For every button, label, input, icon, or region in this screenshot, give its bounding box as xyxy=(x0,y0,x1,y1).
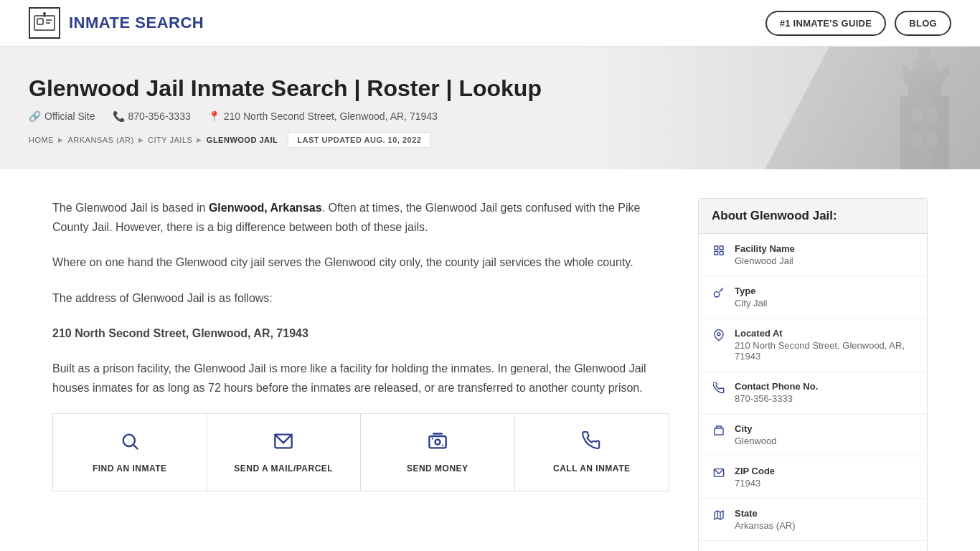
search-icon xyxy=(120,431,140,456)
info-located-at: Located At 210 North Second Street, Glen… xyxy=(699,319,927,372)
located-at-value: 210 North Second Street, Glenwood, AR, 7… xyxy=(735,340,914,362)
breadcrumb: HOME ▶ ARKANSAS (AR) ▶ CITY JAILS ▶ GLEN… xyxy=(29,132,951,148)
call-inmate-label: CALL AN INMATE xyxy=(553,463,630,474)
action-call-inmate[interactable]: CALL AN INMATE xyxy=(515,414,669,491)
svg-rect-10 xyxy=(903,67,909,75)
last-updated-badge: LAST UPDATED AUG. 10, 2022 xyxy=(288,132,430,148)
sidebar-card: About Glenwood Jail: Facility Name Glenw… xyxy=(698,198,928,551)
main-container: The Glenwood Jail is based in Glenwood, … xyxy=(24,169,956,551)
state-value: Arkansas (AR) xyxy=(735,520,796,531)
facility-name-value: Glenwood Jail xyxy=(735,255,795,266)
action-find-inmate[interactable]: FIND AN INMATE xyxy=(53,414,207,491)
location-icon: 📍 xyxy=(208,110,220,122)
map-icon xyxy=(712,509,726,524)
send-mail-label: SEND A MAIL/PARCEL xyxy=(234,463,333,474)
blog-button[interactable]: BLOG xyxy=(895,11,951,36)
guide-button[interactable]: #1 INMATE'S GUIDE xyxy=(765,11,887,36)
sidebar-body: Facility Name Glenwood Jail Type City Ja… xyxy=(699,234,927,551)
contact-phone-value: 870-356-3333 xyxy=(735,393,818,404)
facility-name-label: Facility Name xyxy=(735,243,795,254)
action-send-mail[interactable]: SEND A MAIL/PARCEL xyxy=(207,414,362,491)
building-icon xyxy=(712,425,726,439)
official-site-link[interactable]: 🔗 Official Site xyxy=(29,110,95,122)
page-title: Glenwood Jail Inmate Search | Roster | L… xyxy=(29,75,951,102)
action-grid: FIND AN INMATE SEND A MAIL/PARCEL xyxy=(52,413,669,491)
paragraph-2: Where on one hand the Glenwood city jail… xyxy=(52,253,669,272)
info-county: County Pike County xyxy=(699,541,927,551)
city-value: Glenwood xyxy=(735,435,777,446)
svg-rect-12 xyxy=(923,67,929,75)
link-icon: 🔗 xyxy=(29,110,41,122)
type-value: City Jail xyxy=(735,298,768,309)
contact-phone-label: Contact Phone No. xyxy=(735,381,818,392)
money-icon xyxy=(428,431,448,456)
info-state: State Arkansas (AR) xyxy=(699,499,927,541)
svg-point-33 xyxy=(717,333,720,336)
paragraph-1: The Glenwood Jail is based in Glenwood, … xyxy=(52,198,669,237)
info-type: Type City Jail xyxy=(699,276,927,319)
svg-rect-24 xyxy=(429,436,446,448)
breadcrumb-type[interactable]: CITY JAILS xyxy=(148,136,192,144)
svg-point-25 xyxy=(435,440,440,445)
hero-content: Glenwood Jail Inmate Search | Roster | L… xyxy=(29,75,951,148)
svg-rect-29 xyxy=(720,246,723,250)
info-facility-name: Facility Name Glenwood Jail xyxy=(699,234,927,276)
zip-value: 71943 xyxy=(735,478,775,489)
logo-icon xyxy=(29,7,60,39)
find-inmate-label: FIND AN INMATE xyxy=(93,463,167,474)
pin-icon xyxy=(712,329,726,344)
svg-point-21 xyxy=(123,435,134,446)
svg-point-32 xyxy=(714,292,719,297)
info-city: City Glenwood xyxy=(699,414,927,456)
breadcrumb-home[interactable]: HOME xyxy=(29,136,54,144)
svg-rect-35 xyxy=(717,426,722,428)
svg-line-22 xyxy=(133,446,137,449)
svg-rect-31 xyxy=(720,251,723,255)
svg-rect-1 xyxy=(37,19,43,24)
svg-point-4 xyxy=(43,12,46,15)
breadcrumb-sep-1: ▶ xyxy=(58,136,64,143)
phone-icon: 📞 xyxy=(113,110,125,122)
breadcrumb-current: GLENWOOD JAIL xyxy=(207,136,278,144)
info-zip: ZIP Code 71943 xyxy=(699,456,927,499)
action-send-money[interactable]: SEND MONEY xyxy=(361,414,515,491)
page-meta: 🔗 Official Site 📞 870-356-3333 📍 210 Nor… xyxy=(29,110,951,122)
logo-area: INMATE SEARCH xyxy=(29,7,204,39)
svg-rect-11 xyxy=(913,67,919,75)
state-label: State xyxy=(735,508,796,519)
hero-banner: Glenwood Jail Inmate Search | Roster | L… xyxy=(0,47,980,169)
phone-call-icon xyxy=(582,431,602,456)
info-contact-phone: Contact Phone No. 870-356-3333 xyxy=(699,372,927,414)
header-buttons: #1 INMATE'S GUIDE BLOG xyxy=(765,11,951,36)
send-money-label: SEND MONEY xyxy=(407,463,468,474)
located-at-label: Located At xyxy=(735,328,914,339)
paragraph-4: Built as a prison facility, the Glenwood… xyxy=(52,359,669,397)
svg-rect-34 xyxy=(715,428,723,435)
site-header: INMATE SEARCH #1 INMATE'S GUIDE BLOG xyxy=(0,0,980,47)
key-icon xyxy=(712,287,726,301)
phone-link[interactable]: 📞 870-356-3333 xyxy=(113,110,191,122)
mail-icon xyxy=(273,431,293,456)
svg-rect-30 xyxy=(715,251,718,255)
svg-rect-14 xyxy=(943,67,950,75)
address-link: 📍 210 North Second Street, Glenwood, AR,… xyxy=(208,110,438,122)
breadcrumb-state[interactable]: ARKANSAS (AR) xyxy=(68,136,134,144)
sidebar: About Glenwood Jail: Facility Name Glenw… xyxy=(698,198,928,551)
svg-rect-28 xyxy=(715,246,718,250)
address-block: 210 North Second Street, Glenwood, AR, 7… xyxy=(52,324,669,343)
zip-icon xyxy=(712,467,726,481)
city-label: City xyxy=(735,423,777,434)
content-area: The Glenwood Jail is based in Glenwood, … xyxy=(52,198,669,551)
phone-icon-sidebar xyxy=(712,382,726,397)
logo-text: INMATE SEARCH xyxy=(69,14,204,32)
paragraph-3: The address of Glenwood Jail is as follo… xyxy=(52,288,669,308)
breadcrumb-sep-3: ▶ xyxy=(197,136,202,143)
svg-marker-43 xyxy=(715,511,723,519)
breadcrumb-sep-2: ▶ xyxy=(138,136,144,143)
zip-label: ZIP Code xyxy=(735,466,775,476)
svg-rect-13 xyxy=(933,67,939,75)
type-label: Type xyxy=(735,286,768,296)
svg-rect-16 xyxy=(918,47,930,61)
grid-icon xyxy=(712,245,726,259)
sidebar-header: About Glenwood Jail: xyxy=(699,199,927,234)
